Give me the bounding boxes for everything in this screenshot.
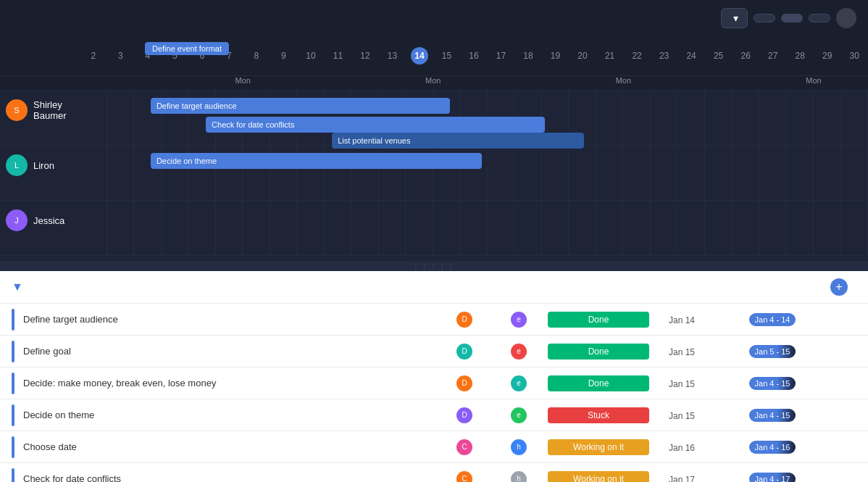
close-button[interactable] <box>836 8 856 28</box>
date-number: 12 <box>360 51 370 61</box>
assist-avatar: e <box>509 342 528 361</box>
lead-cell: C <box>439 438 490 457</box>
checklist-title-area: ▼ <box>12 281 439 294</box>
table-row[interactable]: Decide on theme D e Stuck Jan 15 Jan 4 -… <box>0 399 868 431</box>
task-name: Define target audience <box>23 314 118 325</box>
status-cell: Done <box>548 312 649 328</box>
timeline-pill: Jan 4 - 16 <box>749 441 796 454</box>
status-cell: Working on it <box>548 439 649 455</box>
timeline-person-row: J Jessica <box>0 201 868 256</box>
timeline-persons: S Shirley Baumer Define target audienceC… <box>0 91 868 256</box>
task-name: Decide on theme <box>23 410 94 420</box>
date-number: 24 <box>686 51 696 61</box>
task-cell: Choose date <box>12 436 439 458</box>
date-number: 25 <box>714 51 723 61</box>
date-number: 18 <box>523 51 533 61</box>
lead-avatar: C <box>455 438 474 457</box>
mon-label: Mon <box>425 76 441 85</box>
date-value: Jan 15 <box>669 411 695 421</box>
task-name: Choose date <box>23 441 77 452</box>
assist-cell: e <box>490 310 548 329</box>
task-cell: Check for date conflicts <box>12 468 439 483</box>
date-number: 9 <box>281 51 286 61</box>
task-cell: Define goal <box>12 341 439 362</box>
date-number: 30 <box>850 51 859 61</box>
bars-area <box>80 201 868 255</box>
date-number: 23 <box>659 51 669 61</box>
timeline-pill: Jan 4 - 15 <box>749 409 796 422</box>
mon-label: Mon <box>616 76 631 85</box>
date-number: 22 <box>632 51 641 61</box>
person-label: S Shirley Baumer <box>0 91 80 130</box>
date-cell: Jan 17 <box>649 473 714 483</box>
timeline-cell: Jan 4 - 16 <box>714 440 830 454</box>
bars-area: Decide on theme <box>80 146 868 200</box>
avatar: L <box>6 154 28 176</box>
status-badge: Done <box>548 344 649 360</box>
checklist-header: ▼ + <box>0 271 868 304</box>
task-bar-indicator <box>12 373 14 394</box>
table-row[interactable]: Define target audience D e Done Jan 14 J… <box>0 304 868 336</box>
task-bar-indicator <box>12 341 14 362</box>
gantt-bar[interactable]: Check for date conflicts <box>206 117 545 133</box>
divider-drag-handle[interactable]: ⋮⋮⋮⋮⋮ <box>0 261 868 271</box>
gantt-bar[interactable]: Decide on theme <box>151 153 482 169</box>
timeline-cell: Jan 4 - 17 <box>714 472 830 482</box>
days-view-button[interactable] <box>754 14 775 22</box>
mon-label: Mon <box>806 76 821 85</box>
checklist-chevron[interactable]: ▼ <box>12 281 23 294</box>
task-name: Decide: make money, break even, lose mon… <box>23 378 216 388</box>
lead-avatar: C <box>455 470 474 483</box>
add-item-button[interactable]: + <box>830 278 848 296</box>
table-row[interactable]: Decide: make money, break even, lose mon… <box>0 367 868 399</box>
assist-avatar: h <box>509 470 528 483</box>
date-value: Jan 16 <box>669 443 695 453</box>
person-label: L Liron <box>0 146 80 185</box>
status-badge: Working on it <box>548 471 649 483</box>
lead-filter-button[interactable]: ▾ <box>721 8 748 28</box>
table-row[interactable]: Check for date conflicts C h Working on … <box>0 463 868 482</box>
date-number: 17 <box>496 51 506 61</box>
timeline-cell: Jan 4 - 15 <box>714 376 830 390</box>
date-cell: Jan 14 <box>649 313 714 326</box>
table-row[interactable]: Choose date C h Working on it Jan 16 Jan… <box>0 431 868 463</box>
table-row[interactable]: Define goal D e Done Jan 15 Jan 5 - 15 <box>0 336 868 367</box>
lead-avatar: D <box>455 374 474 393</box>
assist-cell: e <box>490 374 548 393</box>
date-value: Jan 17 <box>669 475 695 483</box>
date-number: 13 <box>388 51 397 61</box>
lead-cell: D <box>439 342 490 361</box>
gantt-bar[interactable]: Define target audience <box>151 98 450 114</box>
assist-cell: h <box>490 470 548 483</box>
date-number: 2 <box>91 51 96 61</box>
assist-cell: e <box>490 342 548 361</box>
timeline-person-row: S Shirley Baumer Define target audienceC… <box>0 91 868 146</box>
mon-label: Mon <box>235 76 250 85</box>
status-badge: Working on it <box>548 439 649 455</box>
status-cell: Stuck <box>548 407 649 423</box>
status-cell: Done <box>548 344 649 360</box>
date-value: Jan 15 <box>669 379 695 389</box>
header-right: ▾ <box>721 8 856 28</box>
date-cell: Jan 15 <box>649 377 714 390</box>
gantt-bar[interactable]: List potential venues <box>332 133 584 149</box>
timeline-cell: Jan 4 - 14 <box>714 312 830 326</box>
date-number: 15 <box>442 51 451 61</box>
timeline-pill: Jan 5 - 15 <box>749 345 796 358</box>
date-cell: Jan 16 <box>649 441 714 454</box>
bars-area: Define target audienceCheck for date con… <box>80 91 868 145</box>
table-rows: Define target audience D e Done Jan 14 J… <box>0 304 868 482</box>
weeks-view-button[interactable] <box>781 14 803 22</box>
lead-cell: D <box>439 374 490 393</box>
avatar: J <box>6 209 28 231</box>
timeline-cell: Jan 4 - 15 <box>714 408 830 422</box>
date-value: Jan 15 <box>669 347 695 357</box>
lead-avatar: D <box>455 310 474 329</box>
chevron-down-icon: ▾ <box>733 12 738 24</box>
assist-avatar: e <box>509 374 528 393</box>
date-number: 16 <box>469 51 478 61</box>
task-cell: Decide on theme <box>12 404 439 426</box>
date-number: 19 <box>551 51 560 61</box>
months-view-button[interactable] <box>809 14 830 22</box>
table-section: ▼ + Define target audience D <box>0 271 868 482</box>
